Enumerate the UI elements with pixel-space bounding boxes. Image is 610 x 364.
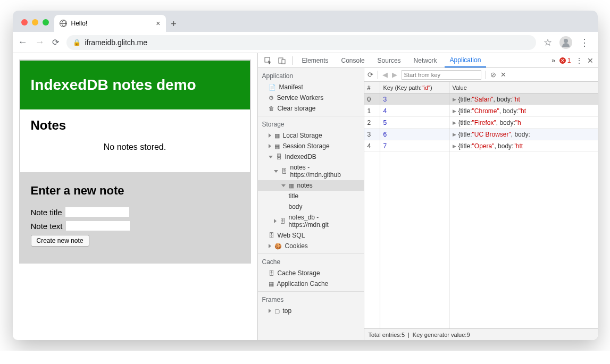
sidebar-item-local-storage[interactable]: ▦Local Storage: [258, 130, 364, 141]
more-tabs-icon[interactable]: »: [551, 57, 555, 64]
sidebar-item-field-title[interactable]: title: [258, 191, 364, 201]
devtools-panel: Elements Console Sources Network Applica…: [257, 53, 598, 340]
expand-icon[interactable]: ▶: [453, 108, 456, 114]
table-cell[interactable]: ▶{title: "UC Browser", body:: [449, 129, 598, 140]
forward-button[interactable]: →: [35, 37, 45, 48]
table-cell[interactable]: 3: [364, 129, 380, 140]
separator: [378, 71, 378, 79]
table-cell[interactable]: ▶{title: "Safari", body: "ht: [449, 94, 598, 105]
table-cell[interactable]: ▶{title: "Opera", body: "htt: [449, 140, 598, 152]
table-cell[interactable]: 0: [364, 94, 380, 105]
refresh-icon[interactable]: ⟳: [367, 71, 373, 79]
sidebar-item-manifest[interactable]: 📄Manifest: [258, 82, 364, 92]
expand-icon[interactable]: ▶: [453, 120, 456, 125]
create-note-button[interactable]: Create new note: [31, 235, 89, 247]
browser-menu-icon[interactable]: ⋮: [580, 37, 589, 48]
note-text-label: Note text: [31, 222, 63, 231]
profile-avatar[interactable]: [559, 36, 572, 49]
clear-store-icon[interactable]: ⊘: [490, 71, 496, 79]
window-close[interactable]: [21, 19, 28, 26]
device-toggle-icon[interactable]: [276, 56, 288, 65]
no-notes-text: No notes stored.: [31, 139, 239, 152]
table-cell[interactable]: 2: [364, 117, 380, 129]
sidebar-item-session-storage[interactable]: ▦Session Storage: [258, 141, 364, 151]
table-cell[interactable]: 4: [364, 140, 380, 152]
tab-elements[interactable]: Elements: [297, 53, 334, 67]
group-cache: Cache: [258, 256, 364, 268]
sidebar-item-cache-storage[interactable]: 🗄Cache Storage: [258, 268, 364, 278]
storage-icon: ▦: [274, 143, 280, 150]
sidebar-item-db-notes[interactable]: 🗄notes - https://mdn.github: [258, 162, 364, 180]
sidebar-item-service-workers[interactable]: ⚙Service Workers: [258, 92, 364, 103]
tab-console[interactable]: Console: [336, 53, 370, 67]
error-badge[interactable]: ✕ 1: [559, 57, 571, 64]
new-tab-button[interactable]: +: [166, 16, 182, 32]
chevron-right-icon: [269, 133, 271, 138]
frame-icon: ▢: [274, 308, 280, 315]
start-from-key-input[interactable]: [402, 70, 481, 80]
delete-icon[interactable]: ✕: [500, 71, 506, 79]
error-icon: ✕: [559, 57, 566, 64]
sidebar-item-websql[interactable]: 🗄Web SQL: [258, 230, 364, 241]
table-cell[interactable]: 3: [380, 94, 449, 105]
sidebar-item-field-body[interactable]: body: [258, 201, 364, 212]
prev-page-icon[interactable]: ◀: [382, 71, 388, 79]
sidebar-item-cookies[interactable]: 🍪Cookies: [258, 241, 364, 251]
sidebar-item-frame-top[interactable]: ▢top: [258, 306, 364, 316]
sidebar-item-clear-storage[interactable]: 🗑Clear storage: [258, 103, 364, 114]
table-cell[interactable]: ▶{title: "Chrome", body: "ht: [449, 105, 598, 117]
url-text: iframeidb.glitch.me: [85, 38, 148, 47]
tab-network[interactable]: Network: [408, 53, 442, 67]
page-viewport: IndexedDB notes demo Notes No notes stor…: [13, 53, 257, 340]
devtools-menu-icon[interactable]: ⋮: [575, 56, 583, 65]
chevron-right-icon: [269, 144, 271, 148]
note-title-input[interactable]: [65, 207, 129, 217]
next-page-icon[interactable]: ▶: [392, 71, 397, 79]
application-sidebar: Application 📄Manifest ⚙Service Workers 🗑…: [258, 68, 364, 340]
header-key: Key (Key path: "id"): [380, 82, 449, 94]
sidebar-item-indexeddb[interactable]: 🗄IndexedDB: [258, 151, 364, 162]
address-bar[interactable]: 🔒 iframeidb.glitch.me: [66, 35, 536, 50]
window-minimize[interactable]: [32, 19, 38, 26]
database-icon: 🗄: [281, 168, 287, 174]
form-heading: Enter a new note: [31, 184, 239, 198]
header-index: #: [364, 82, 380, 94]
devtools-close-icon[interactable]: ✕: [587, 56, 594, 65]
inspect-icon[interactable]: [262, 56, 274, 65]
table-cell[interactable]: 1: [364, 105, 380, 117]
tab-application[interactable]: Application: [445, 53, 487, 67]
cookie-icon: 🍪: [274, 243, 282, 250]
window-zoom[interactable]: [43, 19, 49, 26]
storage-icon: ▦: [289, 182, 294, 189]
expand-icon[interactable]: ▶: [453, 143, 456, 149]
error-count: 1: [567, 57, 571, 64]
reload-button[interactable]: ⟳: [52, 37, 59, 47]
status-bar: Total entries: 5 | Key generator value: …: [364, 328, 598, 340]
database-icon: 🗄: [276, 154, 282, 160]
bookmark-icon[interactable]: ☆: [544, 37, 552, 48]
note-form: Enter a new note Note title Note text Cr…: [20, 172, 250, 263]
data-table: # 0 1 2 3 4 Key (Key path: "id") 3 4 5: [364, 82, 598, 328]
devtools-tabs: Elements Console Sources Network Applica…: [258, 53, 598, 68]
table-cell[interactable]: 5: [380, 117, 449, 129]
table-cell[interactable]: 4: [380, 105, 449, 117]
col-value: Value ▶{title: "Safari", body: "ht ▶{tit…: [449, 82, 598, 328]
sidebar-item-db-notesdb[interactable]: 🗄notes_db - https://mdn.git: [258, 212, 364, 230]
tab-close-icon[interactable]: ×: [156, 19, 160, 28]
expand-icon[interactable]: ▶: [453, 132, 456, 137]
table-cell[interactable]: ▶{title: "Firefox", body: "h: [449, 117, 598, 129]
note-text-input[interactable]: [66, 221, 130, 231]
sidebar-item-store-notes[interactable]: ▦notes: [258, 180, 364, 191]
table-cell[interactable]: 6: [380, 129, 449, 140]
expand-icon[interactable]: ▶: [453, 97, 456, 102]
back-button[interactable]: ←: [18, 37, 28, 48]
sidebar-item-application-cache[interactable]: ▦Application Cache: [258, 278, 364, 289]
table-cell[interactable]: 7: [380, 140, 449, 152]
notes-heading: Notes: [31, 118, 239, 133]
indexeddb-viewer: ⟳ ◀ ▶ ⊘ ✕ # 0 1 2: [364, 68, 598, 340]
tab-sources[interactable]: Sources: [372, 53, 406, 67]
browser-tab[interactable]: Hello! ×: [54, 15, 166, 32]
devtools-body: Application 📄Manifest ⚙Service Workers 🗑…: [258, 68, 598, 340]
chevron-down-icon: [281, 184, 286, 187]
header-value: Value: [449, 82, 598, 94]
